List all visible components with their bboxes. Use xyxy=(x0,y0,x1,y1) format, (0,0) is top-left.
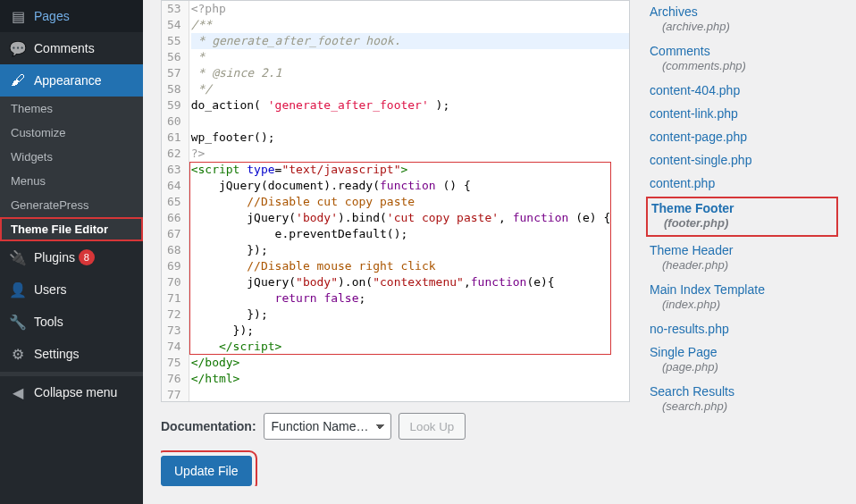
menu-appearance[interactable]: 🖌Appearance xyxy=(0,64,143,97)
file-item[interactable]: content-page.php xyxy=(646,125,838,148)
file-link[interactable]: Theme Footer xyxy=(651,201,833,215)
file-link[interactable]: Search Results xyxy=(650,384,835,399)
code-editor[interactable]: 5354555657585960616263646566676869707172… xyxy=(161,0,630,402)
users-icon: 👤 xyxy=(9,281,27,298)
menu-appearance-label: Appearance xyxy=(34,73,102,88)
comments-icon: 💬 xyxy=(9,39,27,57)
tools-icon: 🔧 xyxy=(9,313,27,331)
file-sub-label: (index.php) xyxy=(650,297,835,313)
menu-comments[interactable]: 💬Comments xyxy=(0,32,143,64)
plugins-badge: 8 xyxy=(79,249,95,265)
file-link[interactable]: content-single.php xyxy=(650,153,835,167)
file-link[interactable]: no-results.php xyxy=(650,322,835,336)
menu-comments-label: Comments xyxy=(34,41,95,55)
file-link[interactable]: content-404.php xyxy=(650,83,835,97)
file-link[interactable]: content.php xyxy=(650,176,835,190)
menu-tools-label: Tools xyxy=(34,315,63,329)
menu-collapse[interactable]: ◀Collapse menu xyxy=(0,376,143,408)
documentation-label: Documentation: xyxy=(161,419,256,433)
submenu-menus[interactable]: Menus xyxy=(0,169,143,193)
plugins-icon: 🔌 xyxy=(9,248,27,266)
main-content: 5354555657585960616263646566676869707172… xyxy=(143,0,856,504)
line-gutter: 5354555657585960616263646566676869707172… xyxy=(162,1,189,401)
file-link[interactable]: Single Page xyxy=(650,345,835,359)
menu-plugins-label: Plugins xyxy=(34,250,75,265)
menu-tools[interactable]: 🔧Tools xyxy=(0,306,143,338)
documentation-row: Documentation: Function Name… Look Up xyxy=(161,413,630,440)
doc-function-select[interactable]: Function Name… xyxy=(264,413,391,440)
file-item[interactable]: content-link.php xyxy=(646,102,838,125)
settings-icon: ⚙ xyxy=(9,345,27,363)
submenu-widgets[interactable]: Widgets xyxy=(0,145,143,169)
update-file-button[interactable]: Update File xyxy=(161,456,252,486)
file-link[interactable]: Main Index Template xyxy=(650,282,835,297)
admin-sidebar: ▤Pages 💬Comments 🖌Appearance Themes Cust… xyxy=(0,0,143,504)
file-item[interactable]: content.php xyxy=(646,172,838,195)
file-item[interactable]: Theme Header(header.php) xyxy=(646,239,838,278)
editor-column: 5354555657585960616263646566676869707172… xyxy=(161,0,646,486)
file-link[interactable]: content-page.php xyxy=(650,130,835,144)
file-item[interactable]: Search Results(search.php) xyxy=(646,380,838,419)
file-link[interactable]: Comments xyxy=(650,44,835,58)
file-item[interactable]: content-404.php xyxy=(646,79,838,102)
submit-row: Update File xyxy=(161,456,630,486)
file-link[interactable]: Theme Header xyxy=(650,243,835,257)
pages-icon: ▤ xyxy=(9,7,27,25)
appearance-submenu: Themes Customize Widgets Menus GenerateP… xyxy=(0,97,143,241)
file-sub-label: (search.php) xyxy=(650,399,835,415)
submenu-customize[interactable]: Customize xyxy=(0,121,143,145)
menu-settings[interactable]: ⚙Settings xyxy=(0,338,143,370)
menu-pages-label: Pages xyxy=(34,9,70,23)
file-item[interactable]: no-results.php xyxy=(646,317,838,340)
file-sub-label: (header.php) xyxy=(650,257,835,273)
submenu-themes[interactable]: Themes xyxy=(0,97,143,121)
appearance-icon: 🖌 xyxy=(9,71,27,89)
code-lines[interactable]: <?php/** * generate_after_footer hook. *… xyxy=(189,1,629,401)
submenu-generatepress[interactable]: GeneratePress xyxy=(0,193,143,217)
menu-pages[interactable]: ▤Pages xyxy=(0,0,143,32)
file-item[interactable]: Main Index Template(index.php) xyxy=(646,278,838,317)
lookup-button[interactable]: Look Up xyxy=(399,413,466,440)
submenu-theme-file-editor[interactable]: Theme File Editor xyxy=(0,217,143,241)
file-sub-label: (page.php) xyxy=(650,359,835,375)
file-item[interactable]: content-single.php xyxy=(646,148,838,172)
file-item[interactable]: Comments(comments.php) xyxy=(646,39,838,79)
menu-collapse-label: Collapse menu xyxy=(34,385,117,399)
menu-users[interactable]: 👤Users xyxy=(0,273,143,306)
file-item[interactable]: Single Page(page.php) xyxy=(646,340,838,380)
file-link[interactable]: Archives xyxy=(650,4,835,19)
menu-plugins[interactable]: 🔌Plugins8 xyxy=(0,241,143,273)
menu-users-label: Users xyxy=(34,282,67,297)
file-sub-label: (comments.php) xyxy=(650,58,835,74)
collapse-icon: ◀ xyxy=(9,383,27,401)
file-sub-label: (archive.php) xyxy=(650,19,835,35)
theme-files-list: Archives(archive.php)Comments(comments.p… xyxy=(646,0,838,486)
file-item[interactable]: Theme Footer(footer.php) xyxy=(646,197,838,236)
file-item[interactable]: Archives(archive.php) xyxy=(646,0,838,39)
menu-settings-label: Settings xyxy=(34,347,80,361)
file-link[interactable]: content-link.php xyxy=(650,106,835,121)
file-sub-label: (footer.php) xyxy=(651,215,833,231)
